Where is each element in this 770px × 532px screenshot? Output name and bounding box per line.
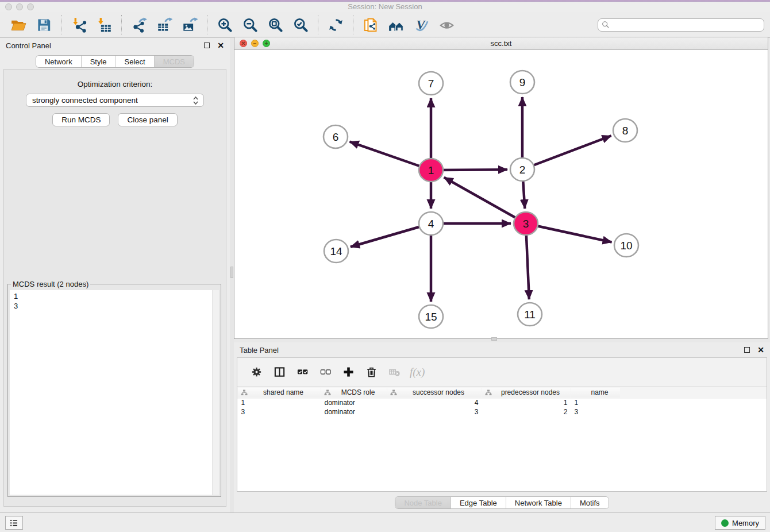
graph-node-label-10: 10 bbox=[620, 240, 632, 252]
zoom-selected-icon bbox=[293, 17, 309, 33]
import-network-button[interactable] bbox=[70, 16, 87, 34]
vizmapper-button[interactable]: V bbox=[413, 16, 430, 34]
zoom-in-button[interactable] bbox=[216, 16, 233, 34]
mcds-result-title: MCDS result (2 nodes) bbox=[11, 280, 90, 288]
graph-node-label-14: 14 bbox=[330, 245, 342, 257]
table-panel: Table Panel ✕ bbox=[234, 342, 770, 512]
zoom-out-icon bbox=[242, 17, 258, 33]
show-graphics-details-button[interactable] bbox=[438, 16, 455, 34]
plus-icon bbox=[342, 366, 355, 378]
network-window-titlebar[interactable]: ✕ − + scc.txt bbox=[234, 37, 768, 50]
columns-icon bbox=[274, 366, 286, 378]
open-folder-icon bbox=[11, 17, 26, 33]
export-image-button[interactable] bbox=[181, 16, 198, 34]
show-panels-button[interactable] bbox=[5, 516, 23, 530]
toolbar-separator bbox=[207, 15, 207, 34]
eye-icon bbox=[439, 17, 455, 33]
graph-node-label-7: 7 bbox=[428, 78, 434, 90]
table-toolbar: f(x) bbox=[237, 358, 767, 387]
column-header-predecessor-nodes[interactable]: predecessor nodes bbox=[482, 387, 571, 398]
table-row[interactable]: 3 dominator 3 2 3 bbox=[238, 407, 621, 417]
close-window-icon[interactable] bbox=[5, 3, 12, 10]
export-table-button[interactable] bbox=[156, 16, 173, 34]
create-network-view-button[interactable] bbox=[362, 16, 379, 34]
graph-node-label-4: 4 bbox=[428, 218, 434, 230]
export-image-icon bbox=[182, 17, 198, 33]
graph-node-label-3: 3 bbox=[523, 218, 529, 230]
close-panel-icon[interactable]: ✕ bbox=[757, 347, 764, 353]
minimize-view-icon[interactable]: − bbox=[251, 40, 259, 47]
splitter-handle[interactable] bbox=[230, 267, 233, 278]
tab-node-table[interactable]: Node Table bbox=[395, 497, 451, 508]
search-input[interactable] bbox=[610, 19, 760, 31]
tab-network-table[interactable]: Network Table bbox=[506, 497, 571, 508]
column-type-icon bbox=[485, 390, 492, 398]
search-field[interactable] bbox=[598, 18, 764, 32]
splitter-handle[interactable] bbox=[491, 337, 497, 341]
tab-network[interactable]: Network bbox=[36, 56, 82, 67]
save-icon bbox=[36, 17, 52, 33]
graph-edge-3-1[interactable] bbox=[444, 178, 526, 223]
tab-mcds[interactable]: MCDS bbox=[155, 56, 194, 67]
zoom-fit-icon bbox=[268, 17, 283, 33]
zoom-out-button[interactable] bbox=[241, 16, 259, 34]
criterion-select[interactable]: strongly connected component bbox=[26, 94, 204, 107]
column-type-icon bbox=[324, 390, 331, 398]
table-panel-tabs: Node Table Edge Table Network Table Moti… bbox=[395, 496, 609, 509]
tab-select[interactable]: Select bbox=[116, 56, 155, 67]
close-view-icon[interactable]: ✕ bbox=[240, 40, 247, 47]
scrollbar[interactable] bbox=[212, 290, 219, 495]
first-neighbors-button[interactable] bbox=[387, 16, 405, 34]
node-table: shared name MCDS role successor nodes bbox=[237, 387, 621, 417]
import-table-icon bbox=[97, 17, 112, 33]
show-column-panes-button[interactable] bbox=[270, 363, 289, 382]
column-header-successor-nodes[interactable]: successor nodes bbox=[387, 387, 482, 398]
float-panel-icon[interactable] bbox=[744, 347, 750, 353]
open-session-button[interactable] bbox=[10, 16, 27, 34]
add-column-button[interactable] bbox=[338, 363, 358, 382]
function-builder-button-disabled: f(x) bbox=[407, 366, 425, 379]
close-panel-icon[interactable]: ✕ bbox=[217, 43, 224, 48]
zoom-fit-button[interactable] bbox=[267, 16, 284, 34]
graph-node-label-9: 9 bbox=[519, 76, 526, 88]
export-network-button[interactable] bbox=[130, 16, 148, 34]
list-icon bbox=[9, 518, 20, 529]
minimize-window-icon[interactable] bbox=[16, 3, 23, 10]
graph-edge-3-10[interactable] bbox=[526, 223, 612, 242]
mcds-result-list[interactable]: 1 3 bbox=[10, 290, 219, 495]
run-mcds-button[interactable]: Run MCDS bbox=[52, 113, 110, 126]
refresh-view-button[interactable] bbox=[327, 16, 344, 34]
close-panel-button[interactable]: Close panel bbox=[118, 113, 177, 126]
column-type-icon bbox=[390, 390, 397, 398]
optimization-criterion-label: Optimization criterion: bbox=[4, 80, 226, 88]
memory-status-icon bbox=[721, 519, 729, 527]
select-all-button[interactable] bbox=[292, 363, 312, 382]
zoom-selected-button[interactable] bbox=[292, 16, 309, 34]
column-header-mcds-role[interactable]: MCDS role bbox=[321, 387, 387, 398]
window-title: Session: New Session bbox=[0, 2, 770, 12]
mcds-result-group: MCDS result (2 nodes) 1 3 bbox=[7, 280, 221, 497]
tab-edge-table[interactable]: Edge Table bbox=[451, 497, 506, 508]
save-session-button[interactable] bbox=[35, 16, 52, 34]
graph-edge-2-8[interactable] bbox=[522, 136, 611, 169]
delete-column-button[interactable] bbox=[361, 363, 381, 382]
graph-edge-1-6[interactable] bbox=[350, 142, 431, 170]
column-type-icon bbox=[241, 390, 248, 398]
network-canvas[interactable]: 7968124314101511 bbox=[234, 50, 768, 338]
deselect-all-button[interactable] bbox=[315, 363, 335, 382]
import-table-button[interactable] bbox=[95, 16, 113, 34]
column-header-name[interactable]: name bbox=[571, 387, 621, 398]
network-view-title: scc.txt bbox=[491, 39, 512, 48]
memory-button[interactable]: Memory bbox=[715, 516, 765, 530]
control-panel-tabs: Network Style Select MCDS bbox=[36, 55, 194, 68]
delete-table-button-disabled bbox=[384, 363, 404, 382]
maximize-view-icon[interactable]: + bbox=[263, 40, 270, 47]
float-panel-icon[interactable] bbox=[204, 43, 210, 48]
select-all-icon bbox=[297, 366, 309, 378]
column-header-shared-name[interactable]: shared name bbox=[238, 387, 321, 398]
tab-style[interactable]: Style bbox=[82, 56, 116, 67]
table-row[interactable]: 1 dominator 4 1 1 bbox=[238, 398, 621, 407]
maximize-window-icon[interactable] bbox=[27, 3, 34, 10]
tab-motifs[interactable]: Motifs bbox=[571, 497, 609, 508]
table-options-button[interactable] bbox=[247, 363, 266, 382]
